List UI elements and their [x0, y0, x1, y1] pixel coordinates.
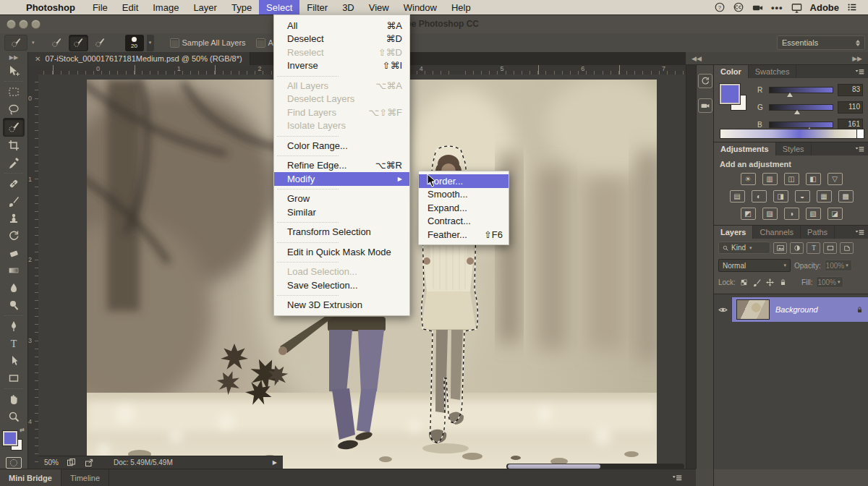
select-menu-item-transform-selection[interactable]: Transform Selection ▶ — [274, 226, 409, 239]
color-lookup-icon[interactable]: ▩ — [838, 190, 854, 202]
photo-filter-icon[interactable]: ◒ — [795, 190, 810, 202]
tab-styles[interactable]: Styles — [776, 142, 812, 155]
foreground-color-swatch-panel[interactable] — [720, 84, 740, 104]
select-menu-item-similar[interactable]: Similar ▶ — [274, 205, 409, 219]
horizontal-scrollbar[interactable] — [506, 464, 684, 469]
screen-record-icon[interactable] — [752, 1, 764, 14]
menubar-item-help[interactable]: Help — [444, 0, 478, 14]
new-selection-button[interactable] — [48, 35, 66, 51]
tool-rectangle-shape[interactable] — [4, 370, 24, 387]
menubar-item-edit[interactable]: Edit — [115, 0, 145, 14]
quick-mask-mode-button[interactable] — [6, 457, 22, 469]
tool-hand[interactable] — [4, 391, 24, 408]
brightness-contrast-icon[interactable]: ☀ — [741, 173, 756, 185]
tool-spot-healing-brush[interactable] — [4, 175, 24, 192]
bottom-tab-timeline[interactable]: Timeline — [61, 469, 109, 486]
select-menu-item-edit-in-quick-mask-mode[interactable]: Edit in Quick Mask Mode ▶ — [274, 245, 409, 259]
tool-preset-caret-icon[interactable]: ▾ — [32, 40, 35, 46]
tool-rectangular-marquee[interactable] — [4, 83, 24, 101]
slider-thumb[interactable] — [794, 110, 800, 114]
filter-pixel-layers-icon[interactable] — [773, 242, 787, 254]
close-document-icon[interactable]: ✕ — [35, 55, 41, 63]
threshold-icon[interactable]: ◑ — [784, 208, 799, 220]
adobe-menu[interactable]: Adobe — [810, 2, 839, 13]
adjustments-panel-menu-icon[interactable] — [854, 144, 865, 155]
tool-type[interactable] — [4, 335, 24, 352]
collapse-dock-left-icon[interactable]: ◀◀ — [692, 55, 702, 62]
zoom-level[interactable]: 50% — [44, 459, 59, 466]
duplicate-view-icon[interactable] — [66, 457, 77, 468]
tool-pen[interactable] — [4, 317, 24, 335]
color-balance-icon[interactable]: ◐ — [752, 190, 767, 202]
add-to-selection-button[interactable] — [69, 35, 88, 51]
tool-blur[interactable] — [4, 279, 24, 297]
layer-row-background[interactable]: Background — [714, 297, 868, 322]
lock-transparent-pixels-icon[interactable] — [739, 278, 749, 287]
menubar-item-photoshop[interactable]: Photoshop — [19, 0, 85, 14]
foreground-color-swatch[interactable] — [3, 431, 17, 446]
select-menu-item-color-range[interactable]: Color Range... ▶ — [274, 139, 409, 153]
tool-history-brush[interactable] — [4, 227, 24, 244]
tool-quick-selection[interactable] — [3, 118, 25, 137]
tool-move[interactable] — [4, 62, 24, 80]
more-menu-icon[interactable]: ••• — [771, 2, 783, 13]
layers-panel-menu-icon[interactable] — [854, 227, 865, 238]
history-panel-button[interactable] — [698, 74, 712, 88]
menubar-item-select[interactable]: Select — [259, 0, 299, 14]
hue-saturation-icon[interactable]: ▤ — [730, 190, 745, 202]
select-menu-item-inverse[interactable]: Inverse ⇧⌘I ▶ — [274, 59, 409, 73]
layer-filter-kind-dropdown[interactable]: Kind ▾ — [718, 242, 770, 254]
sample-all-layers-checkbox[interactable] — [170, 38, 179, 48]
tool-gradient[interactable] — [4, 262, 24, 279]
slider-track[interactable] — [769, 87, 833, 93]
select-menu-item-new-3d-extrusion[interactable]: New 3D Extrusion ▶ — [274, 299, 409, 312]
brush-size-picker[interactable]: 20 — [125, 35, 144, 51]
menubar-item-file[interactable]: File — [85, 0, 115, 14]
modify-submenu-item-expand[interactable]: Expand... ▶ — [419, 201, 509, 215]
opacity-value[interactable]: 100%▾ — [825, 260, 852, 271]
tab-paths[interactable]: Paths — [801, 226, 835, 239]
slider-track[interactable] — [769, 122, 833, 128]
menubar-item-window[interactable]: Window — [396, 0, 444, 14]
auto-enhance-checkbox[interactable] — [256, 38, 265, 48]
slider-track[interactable] — [769, 104, 833, 111]
slider-value[interactable]: 83 — [838, 84, 863, 96]
collapse-dock-right-icon[interactable]: ▶▶ — [852, 55, 862, 62]
select-menu-item-grow[interactable]: Grow ▶ — [274, 192, 409, 206]
swap-colors-icon[interactable]: ⇄ — [20, 427, 25, 433]
sync-icon[interactable] — [714, 1, 726, 13]
tool-brush[interactable] — [4, 192, 24, 210]
workspace-switcher[interactable]: Essentials — [777, 35, 865, 50]
exposure-icon[interactable]: ◧ — [806, 173, 821, 185]
subtract-from-selection-button[interactable] — [91, 35, 109, 51]
curves-icon[interactable]: ◫ — [784, 173, 799, 185]
notification-list-icon[interactable] — [846, 1, 858, 13]
levels-icon[interactable]: ▥ — [762, 173, 778, 185]
tool-eyedropper[interactable] — [4, 154, 24, 171]
selective-color-icon[interactable]: ◪ — [827, 208, 843, 220]
select-menu-item-deselect[interactable]: Deselect ⌘D ▶ — [274, 33, 409, 46]
apple-menu-icon[interactable] — [0, 0, 19, 14]
filter-adjustment-layers-icon[interactable] — [790, 242, 804, 254]
select-menu-item-modify[interactable]: Modify ▶ — [274, 172, 409, 186]
tool-dodge[interactable] — [4, 297, 24, 314]
slider-thumb[interactable] — [787, 93, 793, 97]
tool-eraser[interactable] — [4, 244, 24, 262]
tab-layers[interactable]: Layers — [714, 226, 753, 239]
bottom-tab-mini-bridge[interactable]: Mini Bridge — [0, 469, 61, 486]
menubar-item-layer[interactable]: Layer — [186, 0, 224, 14]
black-white-icon[interactable]: ◨ — [773, 190, 788, 202]
modify-submenu-item-feather[interactable]: Feather... ⇧F6 ▶ — [419, 228, 509, 242]
status-options-arrow-icon[interactable]: ▶ — [273, 459, 277, 466]
lock-position-icon[interactable] — [765, 278, 775, 287]
brush-size-caret[interactable]: ▼ — [147, 35, 154, 51]
display-icon[interactable] — [791, 1, 803, 14]
lock-all-icon[interactable] — [778, 278, 788, 287]
tool-crop[interactable] — [4, 137, 24, 154]
tab-channels[interactable]: Channels — [753, 226, 800, 239]
posterize-icon[interactable]: ▨ — [762, 208, 778, 220]
tool-preset-chip[interactable] — [4, 35, 27, 51]
select-menu-item-save-selection[interactable]: Save Selection... ▶ — [274, 278, 409, 292]
share-icon[interactable] — [84, 457, 95, 468]
color-ramp[interactable] — [720, 129, 857, 139]
